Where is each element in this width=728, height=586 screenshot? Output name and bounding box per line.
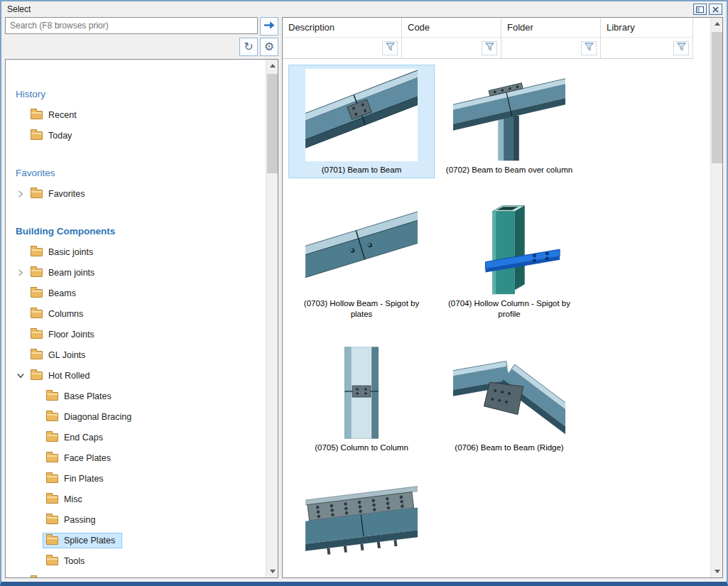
component-thumbnail <box>305 69 418 161</box>
tree-item-passing[interactable]: Passing <box>6 509 266 530</box>
folder-icon <box>31 268 43 277</box>
funnel-icon <box>386 43 395 53</box>
component-caption: (0702) Beam to Beam over column <box>446 165 572 175</box>
tree-item-base-plates[interactable]: Base Plates <box>6 386 266 406</box>
folder-icon <box>31 371 43 380</box>
folder-icon <box>46 392 58 401</box>
folder-tree: History Recent Today Favorites Favorites… <box>5 59 278 578</box>
refresh-button[interactable]: ↻ <box>239 38 258 56</box>
titlebar: Select <box>1 1 727 17</box>
folder-icon <box>31 577 43 578</box>
folder-icon <box>31 111 43 119</box>
folder-icon <box>46 557 58 565</box>
column-header-description[interactable]: Description <box>283 18 401 38</box>
component-thumbnail <box>305 347 418 439</box>
tree-list: History Recent Today Favorites Favorites… <box>6 60 266 577</box>
component-tile-0701[interactable]: (0701) Beam to Beam <box>288 65 435 178</box>
column-header-code[interactable]: Code <box>402 18 501 38</box>
component-tile-partial[interactable] <box>288 476 435 577</box>
scroll-down-button[interactable] <box>711 565 723 577</box>
folder-icon <box>31 351 43 359</box>
component-tile-0702[interactable]: (0702) Beam to Beam over column <box>436 65 582 178</box>
folder-icon <box>46 454 58 462</box>
folder-icon <box>46 433 58 442</box>
tree-item-j-clips[interactable]: J Clips <box>6 571 266 577</box>
window-title: Select <box>7 4 31 14</box>
tree-item-face-plates[interactable]: Face Plates <box>6 447 266 468</box>
gear-icon: ⚙ <box>264 41 274 53</box>
search-input[interactable] <box>5 17 258 34</box>
filter-button-library[interactable] <box>673 41 689 55</box>
tree-item-splice-plates[interactable]: Splice Plates <box>6 530 266 550</box>
scroll-down-button[interactable] <box>266 565 278 577</box>
tree-item-favorites[interactable]: Favorites <box>6 183 266 204</box>
component-tile-0703[interactable]: (0703) Hollow Beam - Spigot by plates <box>288 198 435 322</box>
scrollbar-thumb[interactable] <box>712 32 722 163</box>
column-header-folder[interactable]: Folder <box>501 18 600 38</box>
tree-item-diagonal-bracing[interactable]: Diagonal Bracing <box>6 406 266 427</box>
folder-icon <box>31 131 43 140</box>
folder-icon <box>46 536 58 545</box>
search-go-button[interactable] <box>260 17 278 36</box>
tree-item-gl-joints[interactable]: GL Joints <box>6 344 266 365</box>
tree-scrollbar[interactable] <box>266 60 278 577</box>
column-header-library[interactable]: Library <box>601 18 692 38</box>
component-caption: (0703) Hollow Beam - Spigot by plates <box>295 298 428 320</box>
component-caption: (0706) Beam to Beam (Ridge) <box>455 443 563 453</box>
close-icon <box>712 4 719 15</box>
settings-button[interactable]: ⚙ <box>260 38 278 56</box>
tree-item-misc[interactable]: Misc <box>6 489 266 509</box>
filter-button-description[interactable] <box>382 41 398 55</box>
component-thumbnail <box>305 202 418 295</box>
component-thumbnail <box>453 69 565 161</box>
component-tile-0705[interactable]: (0705) Column to Column <box>288 342 435 456</box>
tree-item-basic-joints[interactable]: Basic joints <box>6 242 266 262</box>
tree-item-end-caps[interactable]: End Caps <box>6 427 266 447</box>
titlebar-buttons <box>693 4 722 15</box>
column-description: Description <box>283 18 402 59</box>
component-caption: (0705) Column to Column <box>315 443 408 453</box>
tree-item-recent[interactable]: Recent <box>6 104 266 125</box>
tools-row: ↻ ⚙ <box>5 38 278 56</box>
tree-section-favorites[interactable]: Favorites <box>6 163 266 183</box>
tree-item-today[interactable]: Today <box>6 125 266 146</box>
funnel-icon <box>585 43 594 53</box>
funnel-icon <box>485 43 494 53</box>
filter-button-code[interactable] <box>482 41 497 55</box>
chevron-down-icon[interactable] <box>14 373 27 379</box>
tree-item-beam-joints[interactable]: Beam joints <box>6 262 266 283</box>
scroll-up-button[interactable] <box>711 18 723 30</box>
tree-section-history[interactable]: History <box>6 84 266 104</box>
funnel-icon <box>677 43 686 53</box>
chevron-right-icon[interactable] <box>14 269 27 276</box>
filter-button-folder[interactable] <box>581 41 597 55</box>
column-library: Library <box>601 18 693 59</box>
tree-item-fin-plates[interactable]: Fin Plates <box>6 468 266 489</box>
component-thumbnail <box>305 480 418 573</box>
tree-item-hot-rolled[interactable]: Hot Rolled <box>6 365 266 386</box>
folder-icon <box>31 310 43 318</box>
tree-item-floor-joints[interactable]: Floor Joints <box>6 324 266 344</box>
folder-icon <box>31 190 43 198</box>
scrollbar-thumb[interactable] <box>267 74 278 173</box>
column-header-row: Description Code Folder Library <box>283 18 710 59</box>
component-caption: (0701) Beam to Beam <box>322 165 402 175</box>
scroll-up-button[interactable] <box>266 60 278 72</box>
component-thumbnail <box>453 347 565 439</box>
component-caption: (0704) Hollow Column - Spigot by profile <box>443 298 575 320</box>
close-button[interactable] <box>709 4 722 15</box>
tree-item-columns[interactable]: Columns <box>6 303 266 324</box>
component-tile-0704[interactable]: (0704) Hollow Column - Spigot by profile <box>436 198 582 322</box>
tree-item-beams[interactable]: Beams <box>6 283 266 303</box>
component-tile-0706[interactable]: (0706) Beam to Beam (Ridge) <box>436 342 582 456</box>
pin-button[interactable] <box>693 4 707 15</box>
folder-icon <box>46 516 58 524</box>
grid-scrollbar[interactable] <box>710 18 722 577</box>
folder-icon <box>46 474 58 483</box>
tree-section-building-components[interactable]: Building Components <box>6 221 266 242</box>
search-row <box>5 17 278 36</box>
component-grid: (0701) Beam to Beam <box>283 59 710 577</box>
column-folder: Folder <box>501 18 601 59</box>
chevron-right-icon[interactable] <box>14 190 27 197</box>
tree-item-tools[interactable]: Tools <box>6 550 266 571</box>
